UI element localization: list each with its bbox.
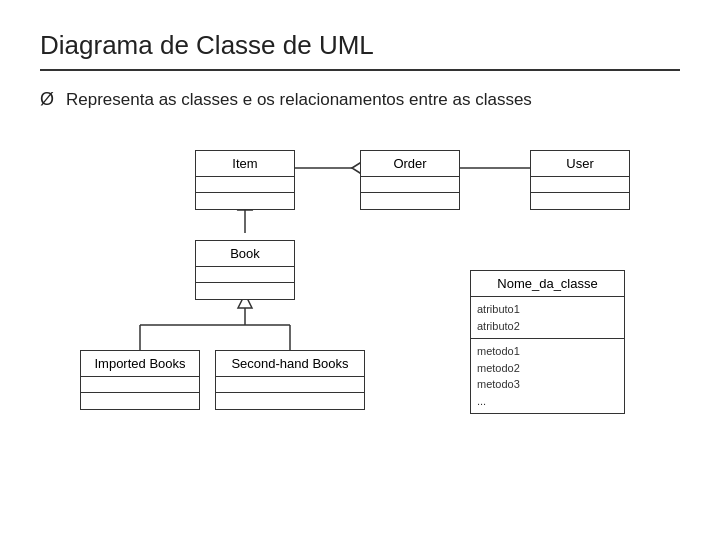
method-2: metodo2 xyxy=(477,360,618,377)
class-methods-book xyxy=(196,283,294,299)
class-methods-item xyxy=(196,193,294,209)
uml-class-nome-da-classe: Nome_da_classe atributo1 atributo2 metod… xyxy=(470,270,625,414)
bullet-text: Representa as classes e os relacionament… xyxy=(66,90,532,110)
uml-class-imported-books: Imported Books xyxy=(80,350,200,410)
class-attrs-secondhand-books xyxy=(216,377,364,393)
method-ellipsis: ... xyxy=(477,393,618,410)
slide-title: Diagrama de Classe de UML xyxy=(40,30,680,61)
method-1: metodo1 xyxy=(477,343,618,360)
uml-diagram: Item Order User Book Imported Books xyxy=(40,140,680,480)
title-divider xyxy=(40,69,680,71)
attr-1: atributo1 xyxy=(477,301,618,318)
uml-class-order: Order xyxy=(360,150,460,210)
class-attrs-item xyxy=(196,177,294,193)
class-methods-user xyxy=(531,193,629,209)
uml-class-book: Book xyxy=(195,240,295,300)
class-attrs-user xyxy=(531,177,629,193)
class-name-order: Order xyxy=(361,151,459,177)
attr-2: atributo2 xyxy=(477,318,618,335)
class-attrs-order xyxy=(361,177,459,193)
uml-class-secondhand-books: Second-hand Books xyxy=(215,350,365,410)
class-name-imported-books: Imported Books xyxy=(81,351,199,377)
bullet-point: Ø Representa as classes e os relacioname… xyxy=(40,89,680,110)
class-name-book: Book xyxy=(196,241,294,267)
class-name-secondhand-books: Second-hand Books xyxy=(216,351,364,377)
class-name-user: User xyxy=(531,151,629,177)
class-name-nome: Nome_da_classe xyxy=(471,271,624,297)
class-name-item: Item xyxy=(196,151,294,177)
class-methods-nome: metodo1 metodo2 metodo3 ... xyxy=(471,339,624,413)
uml-class-item: Item xyxy=(195,150,295,210)
class-attrs-nome: atributo1 atributo2 xyxy=(471,297,624,339)
class-methods-imported-books xyxy=(81,393,199,409)
slide: Diagrama de Classe de UML Ø Representa a… xyxy=(0,0,720,540)
class-attrs-book xyxy=(196,267,294,283)
bullet-symbol: Ø xyxy=(40,89,54,110)
method-3: metodo3 xyxy=(477,376,618,393)
class-methods-secondhand-books xyxy=(216,393,364,409)
uml-class-user: User xyxy=(530,150,630,210)
class-attrs-imported-books xyxy=(81,377,199,393)
class-methods-order xyxy=(361,193,459,209)
